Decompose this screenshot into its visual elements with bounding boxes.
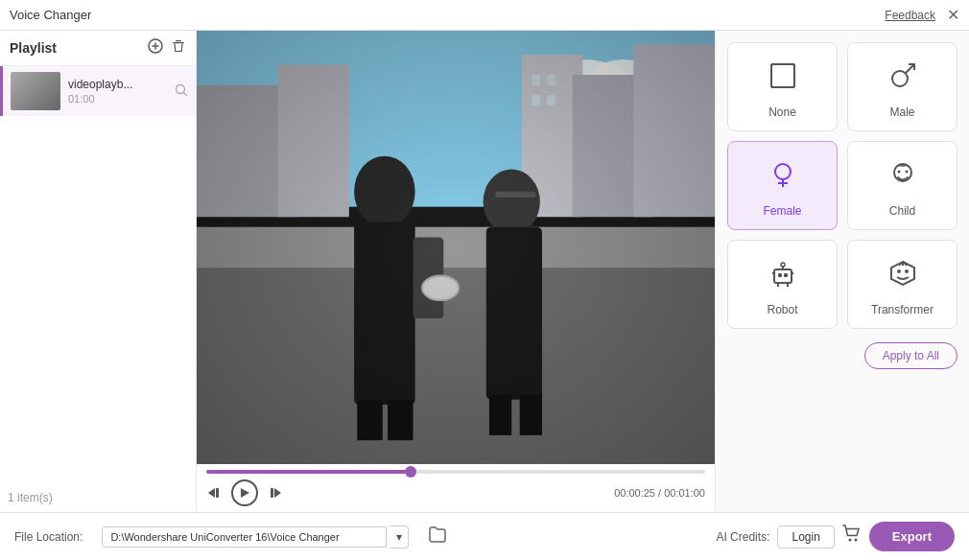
female-label: Female: [763, 204, 801, 218]
male-icon: [887, 60, 918, 98]
right-panel: None Male: [715, 31, 969, 512]
transformer-icon: [887, 258, 918, 295]
svg-line-6: [184, 92, 188, 96]
controls-row: 00:00:25 / 00:01:00: [206, 479, 705, 506]
robot-icon: [768, 258, 798, 295]
bottom-bar: File Location: ▾ AI Credits: Login Expor…: [0, 512, 969, 560]
file-location-input[interactable]: [102, 526, 387, 548]
svg-point-5: [177, 84, 185, 93]
voice-option-robot[interactable]: Robot: [727, 240, 838, 329]
thumbnail-image: [11, 72, 60, 110]
main-layout: Playlist: [0, 31, 969, 512]
login-button[interactable]: Login: [777, 525, 834, 548]
apply-to-all-button[interactable]: Apply to All: [864, 342, 957, 369]
svg-rect-4: [176, 40, 181, 41]
svg-rect-3: [173, 42, 184, 43]
progress-handle[interactable]: [405, 466, 416, 478]
ai-credits-label: AI Credits:: [716, 530, 769, 544]
svg-marker-37: [274, 488, 281, 498]
voice-option-female[interactable]: Female: [727, 141, 838, 230]
svg-point-54: [897, 171, 900, 174]
voice-option-transformer[interactable]: Transformer: [847, 240, 957, 329]
none-label: None: [768, 105, 796, 119]
controls-left: [206, 479, 283, 506]
svg-point-69: [854, 539, 857, 542]
video-controls: 00:00:25 / 00:01:00: [197, 464, 715, 512]
svg-rect-39: [771, 64, 794, 87]
video-area: 00:00:25 / 00:01:00: [197, 31, 715, 512]
playlist-item[interactable]: videoplayb... 01:00: [0, 66, 196, 116]
folder-button[interactable]: [428, 525, 447, 548]
none-icon: [768, 60, 798, 98]
time-display: 00:00:25 / 00:01:00: [614, 487, 705, 499]
svg-rect-33: [197, 31, 715, 464]
child-icon: [887, 159, 918, 197]
transformer-label: Transformer: [871, 303, 934, 316]
playlist-item-name: videoplayb...: [68, 78, 164, 91]
playlist-item-duration: 01:00: [68, 93, 175, 105]
svg-rect-58: [784, 273, 788, 277]
svg-point-50: [775, 164, 791, 179]
play-button[interactable]: [231, 479, 258, 506]
file-location-dropdown[interactable]: ▾: [390, 525, 409, 548]
title-bar-left: Voice Changer: [10, 8, 91, 22]
svg-point-65: [897, 269, 901, 273]
playlist-search-icon[interactable]: [175, 83, 188, 100]
svg-marker-34: [208, 488, 215, 498]
svg-point-60: [781, 263, 785, 267]
svg-point-68: [848, 539, 851, 542]
credits-section: AI Credits: Login Export: [716, 522, 955, 551]
title-bar: Voice Changer Feedback ✕: [0, 0, 969, 31]
file-location-label: File Location:: [14, 530, 83, 544]
feedback-link[interactable]: Feedback: [885, 9, 935, 22]
sidebar-actions: [148, 38, 186, 58]
playlist-info: videoplayb... 01:00: [68, 78, 175, 105]
next-button[interactable]: [268, 485, 283, 501]
svg-rect-38: [271, 488, 273, 498]
svg-marker-36: [241, 488, 249, 498]
export-button[interactable]: Export: [869, 522, 955, 551]
sidebar-title: Playlist: [10, 40, 57, 56]
svg-point-48: [892, 71, 908, 86]
add-item-button[interactable]: [148, 38, 163, 58]
child-label: Child: [889, 204, 915, 218]
svg-rect-56: [774, 269, 792, 283]
delete-item-button[interactable]: [171, 38, 186, 58]
voice-options-grid: None Male: [727, 42, 957, 329]
item-count: 1 item(s): [0, 483, 196, 512]
cart-icon[interactable]: [842, 525, 862, 548]
robot-label: Robot: [767, 303, 797, 316]
voice-option-male[interactable]: Male: [847, 42, 957, 131]
current-time: 00:00:25: [614, 487, 655, 499]
voice-option-none[interactable]: None: [727, 42, 838, 131]
video-container: [197, 31, 715, 464]
sidebar-header: Playlist: [0, 31, 196, 66]
app-title: Voice Changer: [10, 8, 91, 22]
video-frame: [197, 31, 715, 464]
voice-option-child[interactable]: Child: [847, 141, 957, 230]
svg-rect-35: [216, 488, 219, 498]
prev-button[interactable]: [206, 485, 222, 501]
progress-bar[interactable]: [206, 470, 705, 474]
title-bar-right: Feedback ✕: [885, 8, 959, 23]
svg-point-55: [905, 171, 908, 174]
svg-point-66: [905, 269, 909, 273]
sidebar: Playlist: [0, 31, 197, 512]
male-label: Male: [889, 105, 914, 119]
female-icon: [768, 159, 798, 197]
svg-rect-57: [778, 273, 782, 277]
progress-fill: [206, 470, 411, 474]
file-location-wrap: ▾: [102, 525, 409, 548]
playlist-thumbnail: [11, 72, 60, 110]
close-button[interactable]: ✕: [947, 8, 959, 23]
total-time: 00:01:00: [664, 487, 705, 499]
svg-line-49: [906, 64, 914, 73]
